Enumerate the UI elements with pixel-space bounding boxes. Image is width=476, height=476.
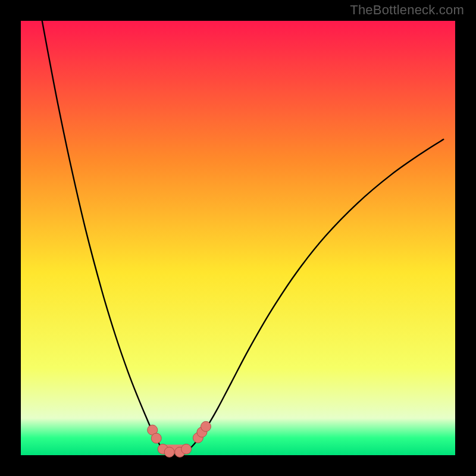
curve-marker-8 <box>201 421 211 431</box>
plot-gradient-background <box>21 21 455 455</box>
curve-marker-5 <box>181 444 192 454</box>
bottleneck-chart <box>0 0 476 476</box>
bottleneck-chart-stage: { "watermark": "TheBottleneck.com", "col… <box>0 0 476 476</box>
curve-marker-1 <box>151 433 161 443</box>
watermark-text: TheBottleneck.com <box>350 2 464 18</box>
curve-marker-3 <box>164 447 174 457</box>
